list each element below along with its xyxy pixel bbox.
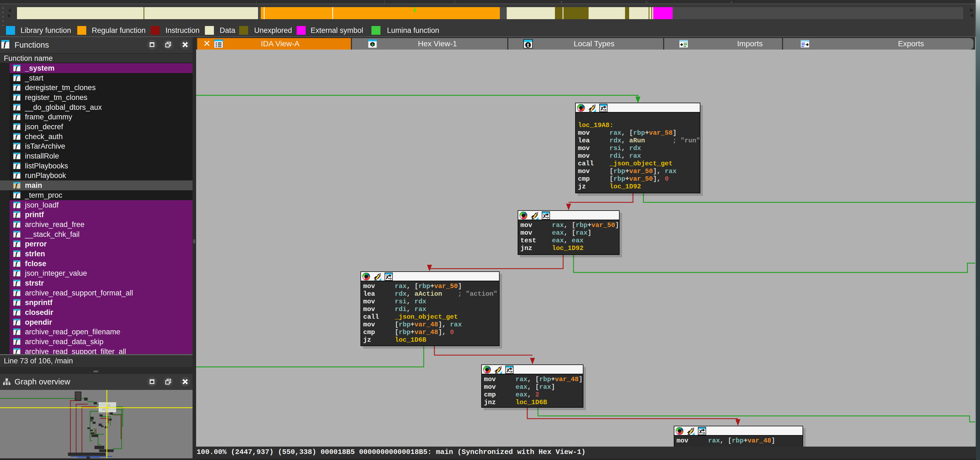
svg-text:t: t [527,41,529,48]
